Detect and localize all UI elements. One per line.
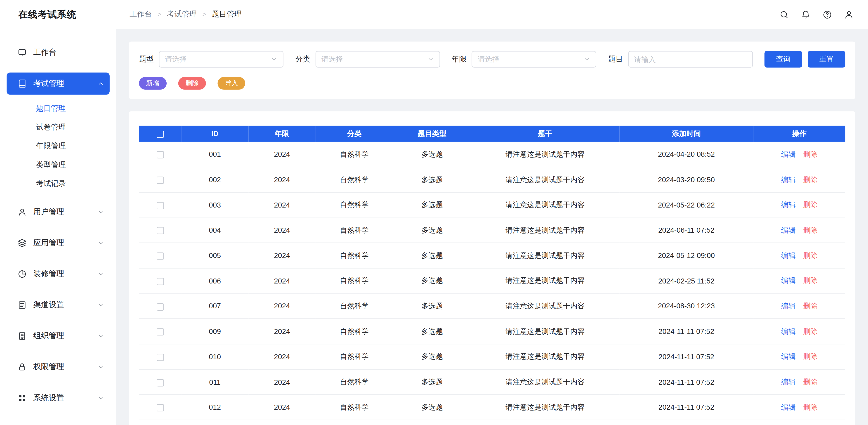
delete-link[interactable]: 删除 [803, 150, 817, 158]
add-button[interactable]: 新增 [139, 77, 166, 90]
sidebar-item-workbench[interactable]: 工作台 [6, 41, 110, 64]
delete-link[interactable]: 删除 [803, 251, 817, 260]
cell-id: 011 [181, 369, 248, 395]
questions-table: ID 年限 分类 题目类型 题干 添加时间 操作 001 2024 自然科学 多… [139, 126, 845, 420]
row-checkbox[interactable] [156, 329, 164, 336]
edit-link[interactable]: 编辑 [781, 226, 796, 234]
row-checkbox[interactable] [156, 404, 164, 412]
chevron-up-icon [97, 80, 104, 87]
chevron-down-icon [583, 56, 590, 62]
cell-id: 005 [181, 243, 248, 268]
row-checkbox[interactable] [156, 379, 164, 386]
import-button[interactable]: 导入 [217, 77, 245, 90]
edit-link[interactable]: 编辑 [781, 175, 796, 184]
delete-link[interactable]: 删除 [803, 226, 817, 234]
cell-id: 010 [181, 344, 248, 369]
edit-link[interactable]: 编辑 [781, 201, 796, 209]
cell-question-type: 多选题 [393, 167, 471, 192]
sidebar-item-app-management[interactable]: 应用管理 [6, 232, 110, 254]
table-row: 001 2024 自然科学 多选题 请注意这是测试题干内容 2024-04-20… [139, 142, 845, 167]
select-all-checkbox[interactable] [156, 131, 164, 138]
table-row: 007 2024 自然科学 多选题 请注意这是测试题干内容 2024-08-30… [139, 294, 845, 319]
row-checkbox[interactable] [156, 202, 164, 209]
exam-submenu: 题目管理 试卷管理 年限管理 类型管理 考试记录 [6, 95, 110, 193]
bell-icon[interactable] [800, 9, 810, 20]
search-icon[interactable] [779, 9, 789, 20]
delete-link[interactable]: 删除 [803, 327, 817, 335]
row-checkbox[interactable] [156, 177, 164, 184]
sidebar-item-exam-records[interactable]: 考试记录 [6, 174, 110, 193]
delete-link[interactable]: 删除 [803, 175, 817, 184]
delete-link[interactable]: 删除 [803, 201, 817, 209]
sidebar-item-decoration-management[interactable]: 装修管理 [6, 263, 110, 285]
question-type-select[interactable]: 请选择 [159, 51, 283, 67]
cell-category: 自然科学 [315, 319, 393, 344]
sidebar-item-paper-management[interactable]: 试卷管理 [6, 118, 110, 137]
cell-year: 2024 [248, 344, 315, 369]
year-select[interactable]: 请选择 [472, 51, 596, 67]
edit-link[interactable]: 编辑 [781, 302, 796, 310]
cell-id: 004 [181, 218, 248, 243]
cell-added-time: 2024-05-12 09:00 [619, 243, 754, 268]
edit-link[interactable]: 编辑 [781, 403, 796, 411]
delete-link[interactable]: 删除 [803, 302, 817, 310]
cell-category: 自然科学 [315, 142, 393, 167]
search-button[interactable]: 查询 [765, 51, 802, 67]
cell-added-time: 2024-04-20 08:52 [619, 142, 754, 167]
sidebar-item-type-management[interactable]: 类型管理 [6, 155, 110, 174]
delete-link[interactable]: 删除 [803, 377, 817, 386]
row-checkbox[interactable] [156, 278, 164, 285]
cell-category: 自然科学 [315, 344, 393, 369]
table-row: 012 2024 自然科学 多选题 请注意这是测试题干内容 2024-11-11… [139, 395, 845, 420]
sidebar-item-channel-settings[interactable]: 渠道设置 [6, 294, 110, 316]
help-icon[interactable] [822, 9, 832, 20]
sidebar-item-exam-management[interactable]: 考试管理 [6, 72, 110, 95]
question-input[interactable] [628, 51, 752, 67]
delete-link[interactable]: 删除 [803, 352, 817, 361]
table-row: 010 2024 自然科学 多选题 请注意这是测试题干内容 2024-11-11… [139, 344, 845, 369]
user-icon[interactable] [844, 9, 854, 20]
cell-added-time: 2024-11-11 07:52 [619, 319, 754, 344]
sidebar-item-user-management[interactable]: 用户管理 [6, 201, 110, 223]
cell-question-type: 多选题 [393, 268, 471, 294]
lock-icon [18, 363, 26, 371]
breadcrumb-item-workbench[interactable]: 工作台 [129, 9, 152, 20]
cell-id: 007 [181, 294, 248, 319]
column-header-added-time: 添加时间 [619, 126, 754, 142]
sidebar-item-label: 渠道设置 [33, 300, 64, 310]
cell-question-type: 多选题 [393, 243, 471, 268]
delete-link[interactable]: 删除 [803, 403, 817, 411]
reset-button[interactable]: 重置 [808, 51, 845, 67]
edit-link[interactable]: 编辑 [781, 251, 796, 260]
delete-button[interactable]: 删除 [178, 77, 206, 90]
edit-link[interactable]: 编辑 [781, 150, 796, 158]
row-checkbox[interactable] [156, 252, 164, 260]
cell-id: 006 [181, 268, 248, 294]
sidebar-item-year-management[interactable]: 年限管理 [6, 137, 110, 155]
column-header-id: ID [181, 126, 248, 142]
row-checkbox[interactable] [156, 227, 164, 235]
table-row: 004 2024 自然科学 多选题 请注意这是测试题干内容 2024-06-11… [139, 218, 845, 243]
sidebar-item-question-management[interactable]: 题目管理 [6, 99, 110, 118]
cell-question-type: 多选题 [393, 192, 471, 218]
row-checkbox[interactable] [156, 151, 164, 158]
cell-year: 2024 [248, 243, 315, 268]
cell-added-time: 2024-06-11 07:52 [619, 218, 754, 243]
cell-id: 012 [181, 395, 248, 420]
sidebar-item-system-settings[interactable]: 系统设置 [6, 387, 110, 409]
row-checkbox[interactable] [156, 354, 164, 361]
chevron-down-icon [427, 56, 434, 62]
edit-link[interactable]: 编辑 [781, 327, 796, 335]
sidebar-item-permission-management[interactable]: 权限管理 [6, 356, 110, 378]
row-checkbox[interactable] [156, 303, 164, 310]
cell-question-type: 多选题 [393, 319, 471, 344]
cell-category: 自然科学 [315, 192, 393, 218]
edit-link[interactable]: 编辑 [781, 276, 796, 285]
edit-link[interactable]: 编辑 [781, 377, 796, 386]
category-select[interactable]: 请选择 [315, 51, 440, 67]
edit-link[interactable]: 编辑 [781, 352, 796, 361]
delete-link[interactable]: 删除 [803, 276, 817, 285]
breadcrumb-item-exam-management[interactable]: 考试管理 [167, 9, 197, 20]
sidebar-item-organization-management[interactable]: 组织管理 [6, 325, 110, 347]
cell-question-type: 多选题 [393, 344, 471, 369]
